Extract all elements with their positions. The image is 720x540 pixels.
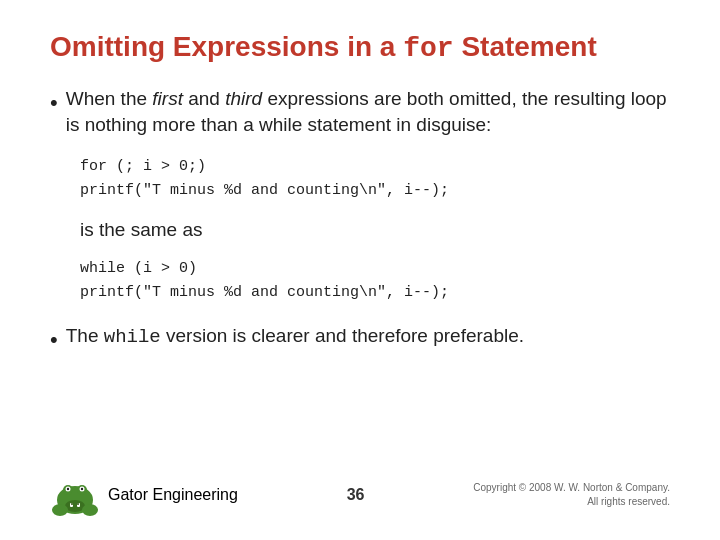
code-block-1-line1: for (; i > 0;) bbox=[80, 155, 670, 179]
bullet-1-text: When the first and third expressions are… bbox=[66, 86, 670, 139]
code-block-2-line1: while (i > 0) bbox=[80, 257, 670, 281]
title-prefix: Omitting Expressions in a bbox=[50, 31, 403, 62]
footer-logo: Gator Engineering bbox=[50, 470, 238, 520]
footer-logo-text: Gator Engineering bbox=[108, 486, 238, 504]
bullet1-prefix: When the bbox=[66, 88, 153, 109]
bullet1-italic2: third bbox=[225, 88, 262, 109]
gator-icon bbox=[50, 470, 100, 520]
title-suffix: Statement bbox=[454, 31, 597, 62]
footer-page-number: 36 bbox=[347, 486, 365, 504]
bullet-2-text: The while version is clearer and therefo… bbox=[66, 323, 670, 351]
footer-engineering-word: Engineering bbox=[152, 486, 237, 503]
bullet-1: • When the first and third expressions a… bbox=[50, 86, 670, 139]
title-code: for bbox=[403, 33, 453, 64]
svg-point-12 bbox=[52, 504, 68, 516]
code-block-1-line2: printf("T minus %d and counting\n", i--)… bbox=[80, 179, 670, 203]
footer-copyright-line2: All rights reserved. bbox=[473, 495, 670, 509]
bullet2-prefix: The bbox=[66, 325, 104, 346]
bullet-2: • The while version is clearer and there… bbox=[50, 323, 670, 356]
footer-copyright-line1: Copyright © 2008 W. W. Norton & Company. bbox=[473, 481, 670, 495]
code-block-2-line2: printf("T minus %d and counting\n", i--)… bbox=[80, 281, 670, 305]
same-as-text: is the same as bbox=[80, 219, 670, 241]
footer-copyright: Copyright © 2008 W. W. Norton & Company.… bbox=[473, 481, 670, 509]
svg-point-10 bbox=[71, 503, 73, 505]
slide-title: Omitting Expressions in a for Statement bbox=[50, 30, 670, 66]
svg-point-7 bbox=[65, 500, 85, 512]
bullet1-mid1: and bbox=[183, 88, 225, 109]
svg-point-5 bbox=[67, 488, 69, 490]
slide-footer: Gator Engineering 36 Copyright © 2008 W.… bbox=[50, 460, 670, 520]
svg-point-11 bbox=[77, 503, 79, 505]
bullet2-suffix: version is clearer and therefore prefera… bbox=[161, 325, 524, 346]
code-block-2: while (i > 0) printf("T minus %d and cou… bbox=[80, 257, 670, 305]
svg-point-6 bbox=[81, 488, 83, 490]
bullet1-italic1: first bbox=[152, 88, 183, 109]
bullet2-code: while bbox=[104, 326, 161, 348]
svg-point-13 bbox=[82, 504, 98, 516]
bullet-dot-2: • bbox=[50, 325, 58, 356]
footer-gator-word: Gator bbox=[108, 486, 148, 503]
slide-content: • When the first and third expressions a… bbox=[50, 86, 670, 460]
slide: Omitting Expressions in a for Statement … bbox=[0, 0, 720, 540]
code-block-1: for (; i > 0;) printf("T minus %d and co… bbox=[80, 155, 670, 203]
bullet-dot-1: • bbox=[50, 88, 58, 119]
